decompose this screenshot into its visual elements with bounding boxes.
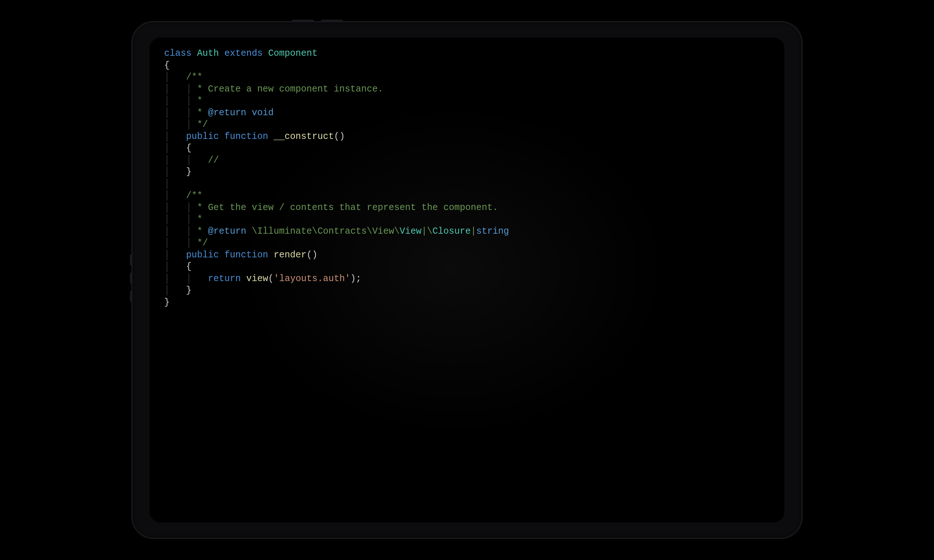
keyword-return: return xyxy=(208,274,241,284)
indent-guide: │ xyxy=(164,238,170,248)
indent-guide: │ xyxy=(164,285,170,296)
indent-guide: │ xyxy=(186,226,191,237)
indent-guide: │ xyxy=(164,250,170,260)
type-view: View xyxy=(399,226,421,237)
brace-open: { xyxy=(164,60,170,71)
brace-close: } xyxy=(186,285,191,296)
keyword-public: public xyxy=(186,250,219,260)
indent-guide: │ xyxy=(186,95,191,106)
indent-guide: │ xyxy=(186,214,191,225)
indent-guide: │ xyxy=(164,143,170,154)
indent-guide: │ xyxy=(164,119,170,130)
indent-guide: │ xyxy=(164,262,170,272)
paren-open: ( xyxy=(268,274,274,284)
func-render: render xyxy=(274,250,307,260)
indent-guide: │ xyxy=(164,202,170,213)
classname-component: Component xyxy=(268,48,317,59)
type-string: string xyxy=(476,226,509,237)
indent-guide: │ xyxy=(164,274,170,284)
indent-guide: │ xyxy=(164,95,170,106)
pipe: | xyxy=(471,226,476,237)
indent-guide: │ xyxy=(186,238,191,248)
keyword-function: function xyxy=(224,131,268,142)
brace-open: { xyxy=(186,143,191,154)
keyword-class: class xyxy=(164,48,191,59)
stage: class Auth extends Component { │ /** │ │… xyxy=(0,0,934,560)
pipe: |\ xyxy=(421,226,432,237)
func-construct: __construct xyxy=(274,131,334,142)
semicolon: ; xyxy=(356,274,361,284)
func-view: view xyxy=(246,274,268,284)
indent-guide: │ xyxy=(164,108,170,118)
tablet-device-frame: class Auth extends Component { │ /** │ │… xyxy=(131,21,803,539)
indent-guide: │ xyxy=(186,84,191,94)
docblock-line: * Get the view / contents that represent… xyxy=(191,202,498,213)
indent-guide: │ xyxy=(164,131,170,142)
indent-guide: │ xyxy=(186,108,191,118)
indent-guide: │ xyxy=(164,84,170,94)
docblock-line: * xyxy=(191,95,202,106)
docblock-open: /** xyxy=(186,72,202,82)
code-block[interactable]: class Auth extends Component { │ /** │ │… xyxy=(164,48,770,308)
keyword-extends: extends xyxy=(224,48,263,59)
code-editor-screen[interactable]: class Auth extends Component { │ /** │ │… xyxy=(150,38,784,522)
docblock-line: * xyxy=(191,226,208,237)
indent-guide: │ xyxy=(164,178,170,189)
type-void: void xyxy=(252,108,274,118)
parens: () xyxy=(334,131,345,142)
ns-path: \Illuminate\Contracts\View\ xyxy=(246,226,399,237)
keyword-function: function xyxy=(224,250,268,260)
string-layouts-auth: 'layouts.auth' xyxy=(274,274,350,284)
docblock-line: * xyxy=(191,108,208,118)
indent-guide: │ xyxy=(186,155,191,166)
type-closure: Closure xyxy=(432,226,471,237)
indent-guide: │ xyxy=(164,72,170,82)
indent-guide: │ xyxy=(164,214,170,225)
indent-guide: │ xyxy=(164,226,170,237)
indent-guide: │ xyxy=(186,119,191,130)
brace-open: { xyxy=(186,262,191,272)
paren-close: ) xyxy=(350,274,356,284)
classname-auth: Auth xyxy=(197,48,219,59)
docblock-line: * Create a new component instance. xyxy=(191,84,383,94)
docblock-open: /** xyxy=(186,190,202,201)
doctag-return: @return xyxy=(208,226,246,237)
parens: () xyxy=(307,250,317,260)
indent-guide: │ xyxy=(164,167,170,177)
indent-guide: │ xyxy=(164,155,170,166)
docblock-close: */ xyxy=(191,238,208,248)
indent-guide: │ xyxy=(186,274,191,284)
docblock-line: * xyxy=(191,214,202,225)
keyword-public: public xyxy=(186,131,219,142)
brace-close: } xyxy=(164,297,170,308)
indent-guide: │ xyxy=(186,202,191,213)
indent-guide: │ xyxy=(164,190,170,201)
brace-close: } xyxy=(186,167,191,177)
docblock-close: */ xyxy=(191,119,208,130)
comment-line: // xyxy=(208,155,219,166)
doctag-return: @return xyxy=(208,108,246,118)
